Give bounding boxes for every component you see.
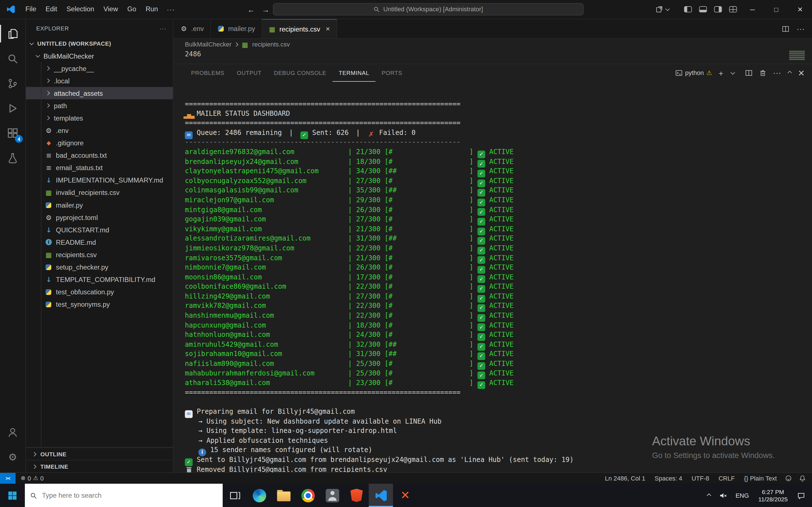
- task-view-button[interactable]: [223, 484, 247, 507]
- tree-item[interactable]: __pycache__: [26, 62, 173, 74]
- tree-item[interactable]: IMPLEMENTATION_SUMMARY.md: [26, 174, 173, 186]
- menu-run[interactable]: Run: [141, 0, 163, 18]
- tree-item[interactable]: templates: [26, 112, 173, 124]
- panel-tab-ports[interactable]: PORTS: [375, 64, 409, 82]
- explorer-more-icon[interactable]: ···: [160, 25, 167, 31]
- panel-tab-problems[interactable]: PROBLEMS: [185, 64, 231, 82]
- editor[interactable]: 2486: [173, 50, 812, 64]
- start-button[interactable]: [0, 484, 25, 507]
- chrome-icon[interactable]: [296, 484, 320, 507]
- panel-tab-output[interactable]: OUTPUT: [231, 64, 268, 82]
- testing-icon[interactable]: [0, 145, 26, 170]
- brave-icon[interactable]: [344, 484, 368, 507]
- edge-icon[interactable]: [247, 484, 271, 507]
- maximize-panel-icon[interactable]: [787, 71, 792, 75]
- titlebar-action-dropdown[interactable]: [656, 6, 673, 13]
- terminal-output[interactable]: ========================================…: [173, 82, 812, 472]
- tree-item[interactable]: README.md: [26, 236, 173, 248]
- tree-item[interactable]: test_obfuscation.py: [26, 286, 173, 298]
- tree-item[interactable]: .env: [26, 124, 173, 136]
- tree-item[interactable]: TEMPLATE_COMPATIBILITY.md: [26, 273, 173, 286]
- tree-item[interactable]: test_synonyms.py: [26, 298, 173, 311]
- x-app-icon[interactable]: [393, 484, 417, 507]
- run-debug-icon[interactable]: [0, 96, 26, 121]
- tab-.env[interactable]: .env: [173, 19, 210, 38]
- menu-go[interactable]: Go: [123, 0, 141, 18]
- toggle-secondary-sidebar-icon[interactable]: [714, 6, 722, 12]
- feedback-icon[interactable]: [781, 475, 796, 482]
- taskbar-search-input[interactable]: [41, 491, 217, 500]
- editor-more-icon[interactable]: ···: [797, 24, 805, 33]
- encoding[interactable]: UTF-8: [687, 474, 714, 482]
- panel-tab-debug-console[interactable]: DEBUG CONSOLE: [268, 64, 333, 82]
- new-terminal-icon[interactable]: +: [719, 68, 723, 77]
- tree-item[interactable]: bad_accounts.txt: [26, 149, 173, 161]
- language-indicator[interactable]: ENG: [731, 484, 753, 507]
- vscode-taskbar-icon[interactable]: [369, 484, 393, 507]
- language-mode[interactable]: {} Plain Text: [740, 474, 781, 482]
- tree-item[interactable]: path: [26, 100, 173, 112]
- breadcrumb-file[interactable]: recipients.csv: [252, 41, 290, 48]
- taskbar-search[interactable]: [25, 484, 223, 507]
- workspace-section[interactable]: UNTITLED (WORKSPACE): [26, 37, 173, 50]
- panel-tab-terminal[interactable]: TERMINAL: [333, 64, 375, 82]
- indentation[interactable]: Spaces: 4: [650, 474, 687, 482]
- split-editor-icon[interactable]: [782, 25, 789, 33]
- cursor-position[interactable]: Ln 2486, Col 1: [600, 474, 650, 482]
- toggle-panel-icon[interactable]: [699, 6, 707, 12]
- toggle-sidebar-icon[interactable]: [684, 6, 692, 12]
- tree-item[interactable]: .local: [26, 74, 173, 87]
- tab-recipients.csv[interactable]: recipients.csv✕: [262, 19, 337, 38]
- tree-item[interactable]: pyproject.toml: [26, 211, 173, 223]
- settings-gear-icon[interactable]: ⚙: [0, 445, 26, 469]
- people-icon[interactable]: [320, 484, 344, 507]
- search-icon[interactable]: [0, 46, 26, 71]
- remote-indicator[interactable]: ><: [0, 473, 15, 484]
- section-timeline[interactable]: TIMELINE: [26, 460, 173, 472]
- close-button[interactable]: ✕: [788, 0, 812, 18]
- terminal-profile-badge[interactable]: python ⚠: [675, 69, 712, 76]
- tree-item[interactable]: recipients.csv: [26, 248, 173, 261]
- account-icon[interactable]: [0, 420, 26, 445]
- menu-overflow-icon[interactable]: ···: [163, 5, 179, 13]
- source-control-icon[interactable]: [0, 71, 26, 96]
- file-explorer-icon[interactable]: [271, 484, 296, 507]
- tree-item[interactable]: invalid_recipients.csv: [26, 186, 173, 199]
- maximize-button[interactable]: □: [764, 0, 788, 18]
- minimize-button[interactable]: ─: [741, 0, 764, 18]
- menu-selection[interactable]: Selection: [62, 0, 99, 18]
- back-icon[interactable]: ←: [244, 5, 258, 13]
- menu-view[interactable]: View: [99, 0, 123, 18]
- root-folder[interactable]: BulkMailChecker: [26, 50, 173, 62]
- action-center-icon[interactable]: [793, 484, 809, 507]
- tree-item[interactable]: QUICKSTART.md: [26, 223, 173, 236]
- tray-chevron-icon[interactable]: [703, 484, 715, 507]
- breadcrumb-folder[interactable]: BulkMailChecker: [185, 41, 232, 48]
- split-terminal-icon[interactable]: [745, 69, 752, 76]
- minimap[interactable]: [789, 51, 805, 60]
- volume-muted-icon[interactable]: [715, 484, 731, 507]
- tree-item[interactable]: email_status.txt: [26, 161, 173, 174]
- tab-mailer.py[interactable]: mailer.py: [211, 19, 262, 38]
- customize-layout-icon[interactable]: [729, 6, 737, 12]
- tree-item[interactable]: setup_checker.py: [26, 261, 173, 273]
- tree-item[interactable]: mailer.py: [26, 199, 173, 211]
- menu-file[interactable]: File: [20, 0, 41, 18]
- explorer-icon[interactable]: [0, 21, 26, 46]
- eol[interactable]: CRLF: [714, 474, 740, 482]
- menu-edit[interactable]: Edit: [41, 0, 62, 18]
- close-tab-icon[interactable]: ✕: [325, 25, 330, 33]
- forward-icon[interactable]: →: [259, 5, 273, 13]
- panel-more-icon[interactable]: ···: [773, 68, 781, 77]
- problems-indicator[interactable]: ⊗ 0 ⚠ 0: [15, 474, 49, 482]
- tree-item[interactable]: attached_assets: [26, 87, 173, 100]
- close-panel-icon[interactable]: ✕: [798, 68, 805, 78]
- kill-terminal-icon[interactable]: [759, 69, 766, 76]
- terminal-dropdown-icon[interactable]: [730, 70, 735, 75]
- extensions-icon[interactable]: 4: [0, 121, 26, 145]
- clock[interactable]: 6:27 PM 11/28/2025: [753, 488, 793, 503]
- tree-item[interactable]: .gitignore: [26, 136, 173, 149]
- section-outline[interactable]: OUTLINE: [26, 448, 173, 460]
- bell-icon[interactable]: [795, 475, 812, 482]
- command-center-search[interactable]: Untitled (Workspace) [Administrator]: [273, 3, 583, 15]
